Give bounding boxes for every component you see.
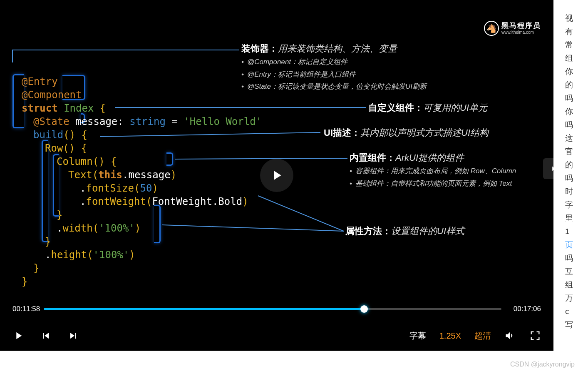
brand-logo: 🐴 黑马程序员 www.itheima.com: [484, 21, 541, 36]
time-current: 00:11:58: [12, 305, 40, 313]
progress-bar[interactable]: [44, 308, 501, 310]
sidebar-item[interactable]: 字: [565, 198, 588, 212]
sidebar-item[interactable]: 你: [565, 105, 588, 118]
progress-knob[interactable]: [360, 305, 368, 313]
sidebar-panel: 视有常组你的吗你吗这官的吗时字里1页吗互组万c写: [553, 0, 588, 351]
sidebar-item[interactable]: 时: [565, 185, 588, 198]
time-total: 00:17:06: [514, 305, 541, 313]
sidebar-item[interactable]: 页: [565, 238, 588, 252]
sidebar-item[interactable]: 的: [565, 78, 588, 92]
speed-button[interactable]: 1.25X: [439, 331, 461, 341]
code-entry: @Entry: [22, 76, 58, 87]
sidebar-item[interactable]: 吗: [565, 172, 588, 185]
sidebar-item[interactable]: 万: [565, 292, 588, 305]
sidebar-item[interactable]: 吗: [565, 92, 588, 105]
prev-button[interactable]: [40, 330, 52, 342]
code-component: @Component: [22, 89, 82, 101]
watermark: CSDN @jackyrongvip: [510, 361, 575, 368]
ann-custom-comp: 自定义组件：可复用的UI单元: [368, 102, 487, 114]
sidebar-item[interactable]: 组: [565, 278, 588, 292]
ann-builtin: 内置组件：ArkUI提供的组件 •容器组件：用来完成页面布局，例如 Row、Co…: [350, 152, 516, 189]
video-player: 🐴 黑马程序员 www.itheima.com @Entry @Componen…: [0, 0, 553, 351]
progress-played: [44, 308, 364, 310]
play-icon: [269, 168, 284, 183]
sidebar-item[interactable]: 你: [565, 65, 588, 78]
center-play-button[interactable]: [260, 159, 293, 192]
sidebar-item[interactable]: 组: [565, 52, 588, 65]
quality-button[interactable]: 超清: [474, 330, 491, 342]
sidebar-item[interactable]: 吗: [565, 252, 588, 265]
sidebar-item[interactable]: 常: [565, 38, 588, 52]
sidebar-item[interactable]: 写: [565, 318, 588, 332]
sidebar-item[interactable]: c: [565, 305, 588, 318]
sidebar-item[interactable]: 互: [565, 265, 588, 278]
sidebar-item[interactable]: 1: [565, 225, 588, 238]
sidebar-item[interactable]: 吗: [565, 118, 588, 132]
play-button[interactable]: [12, 330, 24, 342]
subtitle-button[interactable]: 字幕: [409, 330, 426, 342]
volume-button[interactable]: [504, 330, 516, 342]
code-block: @Entry @Component struct Index { @State …: [22, 75, 262, 288]
sidebar-item[interactable]: 的: [565, 158, 588, 172]
next-button[interactable]: [67, 330, 79, 342]
sidebar-item[interactable]: 官: [565, 145, 588, 158]
logo-title: 黑马程序员: [501, 22, 541, 30]
sidebar-item[interactable]: 有: [565, 25, 588, 38]
player-controls: 00:11:58 00:17:06 字幕 1.25X 超清: [0, 301, 553, 351]
ann-decorator: 装饰器：用来装饰类结构、方法、变量 •@Component：标记自定义组件 •@…: [241, 42, 427, 92]
sidebar-item[interactable]: 视: [565, 12, 588, 25]
sidebar-item[interactable]: 这: [565, 132, 588, 145]
horse-icon: 🐴: [484, 21, 499, 36]
ann-attr-method: 属性方法：设置组件的UI样式: [345, 225, 464, 237]
logo-sub: www.itheima.com: [501, 30, 541, 35]
sidebar-item[interactable]: 里: [565, 212, 588, 225]
ann-ui-desc: UI描述：其内部以声明式方式描述UI结构: [324, 127, 489, 139]
fullscreen-button[interactable]: [529, 330, 541, 342]
